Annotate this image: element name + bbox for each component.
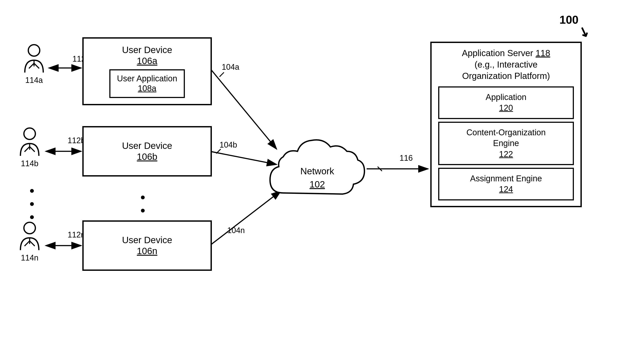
svg-point-17 [28, 45, 40, 56]
network-cloud-svg: Network 102 [266, 123, 369, 215]
user-application-a-title: User Application108a [117, 74, 177, 94]
network-cloud: Network 102 [266, 123, 369, 215]
user-a-label: 114a [25, 76, 43, 85]
application-server: Application Server 118 (e.g., Interactiv… [430, 42, 582, 207]
user-a-icon [22, 44, 46, 75]
user-b-label: 114b [21, 159, 38, 168]
svg-line-24 [30, 147, 35, 152]
svg-line-27 [25, 241, 30, 246]
svg-line-28 [30, 241, 35, 246]
user-b: 114b [18, 127, 42, 168]
svg-line-16 [378, 167, 382, 171]
svg-line-23 [25, 147, 30, 152]
user-application-a: User Application108a [109, 69, 185, 98]
diagram-container: 100 ↘ [0, 0, 618, 364]
svg-line-11 [220, 72, 224, 77]
arrow-100-icon: ↘ [576, 23, 592, 41]
svg-line-20 [34, 63, 39, 68]
svg-text:Network: Network [300, 166, 334, 176]
svg-line-13 [216, 149, 221, 154]
user-device-b: User Device106b [82, 126, 212, 177]
application-120: Application120 [438, 86, 574, 119]
user-n-icon [18, 221, 42, 252]
user-a: 114a [22, 44, 46, 85]
user-b-icon [18, 127, 42, 158]
server-title: Application Server 118 (e.g., Interactiv… [432, 43, 580, 84]
connection-label-104a: 104a [222, 63, 239, 72]
user-device-n: User Device106n [82, 220, 212, 271]
device-a-title: User Device106a [122, 44, 172, 67]
connection-label-104n: 104n [227, 226, 245, 235]
svg-point-25 [24, 222, 35, 234]
assignment-engine-124: Assignment Engine124 [438, 168, 574, 200]
assignment-engine-124-title: Assignment Engine124 [446, 173, 566, 195]
device-b-title: User Device106b [122, 140, 172, 162]
user-n-label: 114n [21, 253, 38, 262]
user-ellipsis: ••• [30, 184, 34, 224]
connection-label-104b: 104b [220, 140, 237, 150]
connection-label-116: 116 [399, 154, 413, 163]
user-device-a: User Device106a User Application108a [82, 37, 212, 105]
content-org-engine-122: Content-OrganizationEngine122 [438, 122, 574, 165]
svg-text:102: 102 [310, 179, 325, 189]
svg-line-19 [29, 63, 34, 68]
device-n-title: User Device106n [122, 235, 172, 257]
application-120-title: Application120 [446, 92, 566, 114]
ref-number-100: 100 [559, 13, 578, 26]
svg-point-21 [24, 128, 35, 140]
user-n: 114n [18, 221, 42, 262]
content-org-engine-122-title: Content-OrganizationEngine122 [446, 127, 566, 160]
